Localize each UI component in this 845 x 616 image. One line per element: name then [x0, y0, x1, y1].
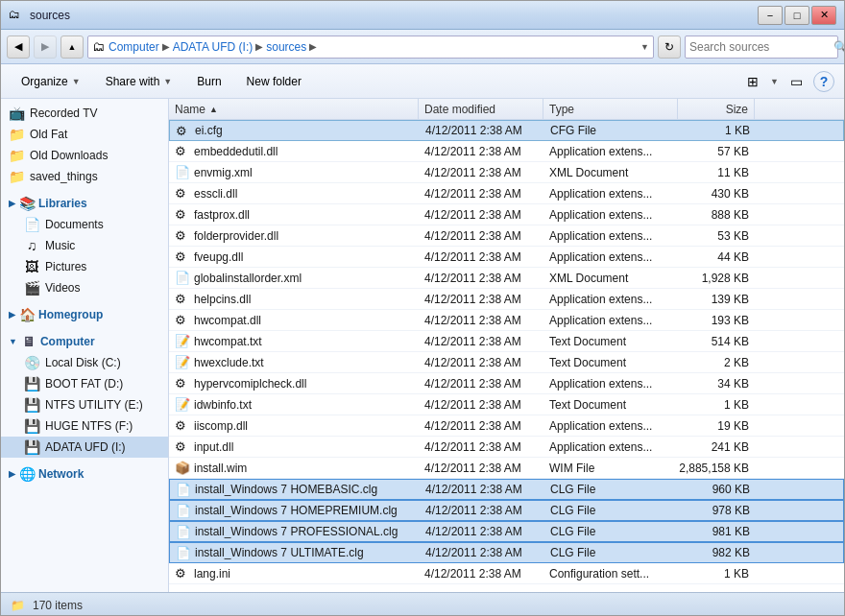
- table-row[interactable]: ⚙ folderprovider.dll 4/12/2011 2:38 AM A…: [169, 225, 844, 247]
- search-icon[interactable]: 🔍: [833, 40, 845, 54]
- table-row[interactable]: ⚙ ei.cfg 4/12/2011 2:38 AM CFG File 1 KB: [169, 120, 844, 141]
- table-row[interactable]: ⚙ helpcins.dll 4/12/2011 2:38 AM Applica…: [169, 289, 844, 310]
- file-name-cell: 📄 install_Windows 7 HOMEPREMIUM.clg: [170, 501, 420, 520]
- libraries-header[interactable]: ▶ 📚 Libraries: [1, 193, 168, 214]
- homegroup-header[interactable]: ▶ 🏠 Homegroup: [1, 304, 168, 325]
- file-type-cell: CLG File: [544, 522, 679, 541]
- address-segment-computer[interactable]: Computer: [109, 40, 159, 54]
- network-section: ▶ 🌐 Network: [1, 463, 168, 485]
- table-row[interactable]: 📝 hwexclude.txt 4/12/2011 2:38 AM Text D…: [169, 352, 844, 373]
- table-row[interactable]: 📄 install_Windows 7 PROFESSIONAL.clg 4/1…: [169, 521, 844, 542]
- table-row[interactable]: 📄 install_Windows 7 ULTIMATE.clg 4/12/20…: [169, 542, 844, 563]
- burn-button[interactable]: Burn: [186, 68, 231, 95]
- table-row[interactable]: 📝 idwbinfo.txt 4/12/2011 2:38 AM Text Do…: [169, 394, 844, 415]
- file-type-icon: ⚙: [175, 186, 190, 201]
- share-with-button[interactable]: Share with ▼: [95, 68, 183, 95]
- new-folder-button[interactable]: New folder: [236, 68, 312, 95]
- table-row[interactable]: 📄 envmig.xml 4/12/2011 2:38 AM XML Docum…: [169, 162, 844, 183]
- file-date-cell: 4/12/2011 2:38 AM: [419, 162, 543, 182]
- file-list-header: Name ▲ Date modified Type Size: [169, 99, 844, 120]
- computer-header[interactable]: ▼ 🖥 Computer: [1, 331, 168, 352]
- file-type-icon: ⚙: [175, 313, 190, 327]
- preview-pane-button[interactable]: ▭: [783, 68, 809, 95]
- file-size-cell: 978 KB: [679, 501, 756, 520]
- file-type-cell: Text Document: [543, 394, 678, 415]
- table-row[interactable]: ⚙ fveupg.dll 4/12/2011 2:38 AM Applicati…: [169, 247, 844, 268]
- table-row[interactable]: 📦 install.wim 4/12/2011 2:38 AM WIM File…: [169, 458, 844, 479]
- table-row[interactable]: 📝 hwcompat.txt 4/12/2011 2:38 AM Text Do…: [169, 331, 844, 352]
- network-icon: 🌐: [19, 466, 35, 482]
- sidebar-item-recorded-tv[interactable]: 📺 Recorded TV: [1, 103, 168, 124]
- file-size-cell: 241 KB: [678, 437, 755, 457]
- toolbar-right: ⊞ ▼ ▭ ?: [739, 68, 834, 95]
- sidebar-item-boot-fat[interactable]: 💾 BOOT FAT (D:): [1, 373, 168, 394]
- name-sort-icon: ▲: [209, 105, 218, 114]
- refresh-button[interactable]: ↻: [658, 36, 681, 59]
- maximize-button[interactable]: □: [785, 6, 809, 25]
- table-row[interactable]: ⚙ input.dll 4/12/2011 2:38 AM Applicatio…: [169, 437, 844, 458]
- minimize-button[interactable]: −: [758, 6, 783, 25]
- file-size-cell: 34 KB: [678, 373, 755, 393]
- organize-dropdown-arrow: ▼: [72, 77, 81, 86]
- col-header-name[interactable]: Name ▲: [169, 99, 419, 119]
- address-arrow-2: ▶: [255, 41, 263, 52]
- file-size-cell: 139 KB: [678, 289, 755, 309]
- sidebar-item-old-downloads[interactable]: 📁 Old Downloads: [1, 145, 168, 166]
- search-box[interactable]: 🔍: [685, 36, 838, 59]
- network-header[interactable]: ▶ 🌐 Network: [1, 463, 168, 485]
- sidebar-item-documents[interactable]: 📄 Documents: [1, 214, 168, 235]
- col-header-size[interactable]: Size: [678, 99, 755, 119]
- file-size-cell: 1,928 KB: [678, 268, 755, 288]
- file-name-cell: ⚙ hwcompat.dll: [169, 310, 419, 330]
- organize-button[interactable]: Organize ▼: [11, 68, 91, 95]
- table-row[interactable]: 📄 globalinstallorder.xml 4/12/2011 2:38 …: [169, 268, 844, 289]
- sidebar-item-adata-ufd[interactable]: 💾 ADATA UFD (I:): [1, 437, 168, 458]
- sidebar-item-pictures[interactable]: 🖼 Pictures: [1, 256, 168, 277]
- table-row[interactable]: ⚙ iiscomp.dll 4/12/2011 2:38 AM Applicat…: [169, 415, 844, 437]
- file-size-cell: 193 KB: [678, 310, 755, 330]
- table-row[interactable]: ⚙ embeddedutil.dll 4/12/2011 2:38 AM App…: [169, 141, 844, 162]
- file-type-icon: 📄: [176, 483, 191, 497]
- search-input[interactable]: [689, 40, 833, 54]
- address-bar[interactable]: 🗂 Computer ▶ ADATA UFD (I:) ▶ sources ▶ …: [87, 36, 654, 59]
- col-header-date[interactable]: Date modified: [419, 99, 543, 119]
- view-dropdown-arrow[interactable]: ▼: [770, 77, 779, 86]
- file-type-cell: Application extens...: [543, 225, 678, 246]
- help-button[interactable]: ?: [813, 71, 834, 92]
- table-row[interactable]: ⚙ hypervcomiplcheck.dll 4/12/2011 2:38 A…: [169, 373, 844, 394]
- homegroup-section: ▶ 🏠 Homegroup: [1, 304, 168, 325]
- file-size-cell: 960 KB: [679, 480, 756, 499]
- libraries-expand-icon: ▶: [9, 199, 15, 208]
- sidebar-item-old-fat[interactable]: 📁 Old Fat: [1, 124, 168, 145]
- table-row[interactable]: ⚙ hwcompat.dll 4/12/2011 2:38 AM Applica…: [169, 310, 844, 331]
- file-name-cell: ⚙ iiscomp.dll: [169, 415, 419, 436]
- table-row[interactable]: 📄 install_Windows 7 HOMEBASIC.clg 4/12/2…: [169, 479, 844, 500]
- table-row[interactable]: 📄 install_Windows 7 HOMEPREMIUM.clg 4/12…: [169, 500, 844, 521]
- file-size-cell: 1 KB: [678, 563, 755, 583]
- table-row[interactable]: ⚙ lang.ini 4/12/2011 2:38 AM Configurati…: [169, 563, 844, 584]
- back-button[interactable]: ◀: [7, 36, 30, 59]
- videos-icon: 🎬: [24, 280, 39, 296]
- forward-button[interactable]: ▶: [34, 36, 57, 59]
- sidebar-item-saved-things[interactable]: 📁 saved_things: [1, 166, 168, 187]
- close-button[interactable]: ✕: [811, 6, 836, 25]
- table-row[interactable]: ⚙ esscli.dll 4/12/2011 2:38 AM Applicati…: [169, 183, 844, 204]
- sidebar-item-ntfs-utility[interactable]: 💾 NTFS UTILITY (E:): [1, 394, 168, 415]
- col-header-type[interactable]: Type: [543, 99, 678, 119]
- sidebar-item-huge-ntfs[interactable]: 💾 HUGE NTFS (F:): [1, 415, 168, 437]
- address-dropdown-arrow[interactable]: ▼: [640, 42, 649, 52]
- sidebar-item-music[interactable]: ♫ Music: [1, 235, 168, 256]
- sidebar-item-videos[interactable]: 🎬 Videos: [1, 277, 168, 298]
- change-view-button[interactable]: ⊞: [739, 68, 766, 95]
- address-segment-sources[interactable]: sources: [266, 40, 306, 54]
- up-button[interactable]: ▲: [60, 36, 84, 59]
- address-arrow-1: ▶: [162, 41, 170, 52]
- file-size-cell: 2,885,158 KB: [678, 458, 755, 478]
- sidebar-item-local-disk[interactable]: 💿 Local Disk (C:): [1, 352, 168, 373]
- file-type-cell: CLG File: [544, 543, 679, 562]
- title-bar-left: 🗂 sources: [9, 8, 70, 23]
- address-segment-adata[interactable]: ADATA UFD (I:): [173, 40, 254, 54]
- file-rows-container: ⚙ ei.cfg 4/12/2011 2:38 AM CFG File 1 KB…: [169, 120, 844, 584]
- table-row[interactable]: ⚙ fastprox.dll 4/12/2011 2:38 AM Applica…: [169, 204, 844, 225]
- status-item-count: 170 items: [33, 599, 83, 612]
